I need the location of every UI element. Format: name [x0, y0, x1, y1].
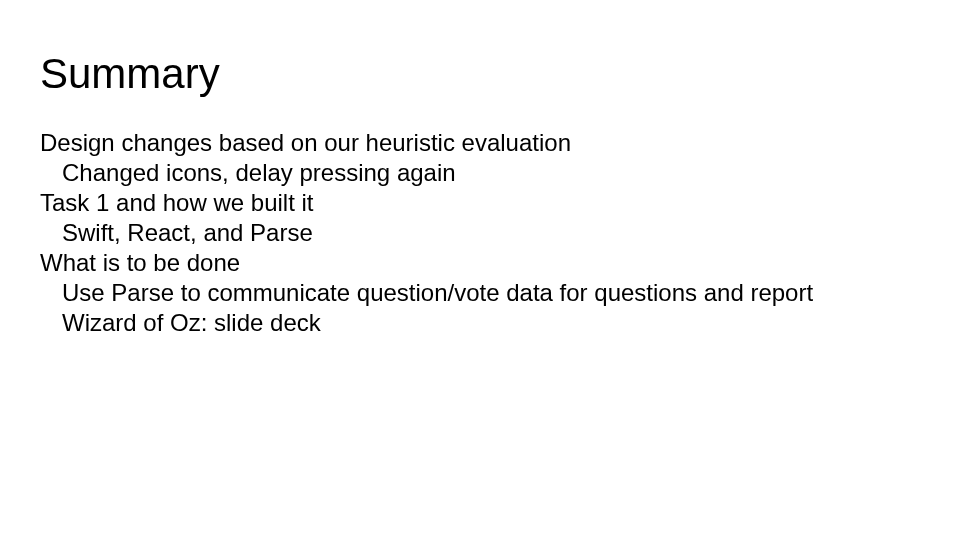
list-item: Task 1 and how we built it — [40, 188, 920, 218]
slide-body: Design changes based on our heuristic ev… — [40, 128, 920, 338]
list-item: Wizard of Oz: slide deck — [62, 308, 920, 338]
list-item: Use Parse to communicate question/vote d… — [62, 278, 920, 308]
list-item: Design changes based on our heuristic ev… — [40, 128, 920, 158]
list-item: Changed icons, delay pressing again — [62, 158, 920, 188]
list-item: Swift, React, and Parse — [62, 218, 920, 248]
slide-title: Summary — [40, 50, 920, 98]
list-item: What is to be done — [40, 248, 920, 278]
